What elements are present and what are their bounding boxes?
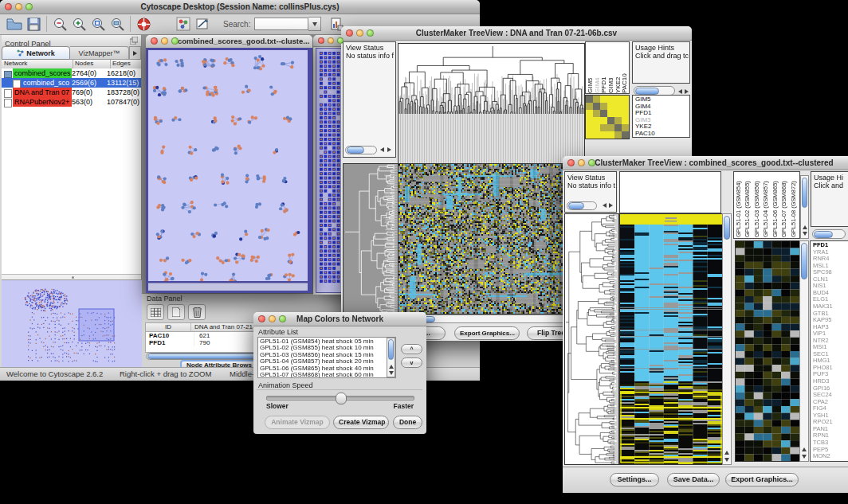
attribute-list-vscrollbar[interactable] (387, 338, 395, 377)
minimize-button[interactable] (328, 37, 334, 44)
network-hscrollbar[interactable] (148, 283, 308, 291)
minimize-button[interactable] (269, 315, 276, 322)
save-icon[interactable] (24, 15, 43, 33)
table-icon[interactable] (147, 304, 164, 320)
scroll-up-icon[interactable] (802, 447, 807, 451)
scroll-down-icon[interactable] (802, 455, 807, 459)
network-name: DNA and Tran 07 (13, 88, 72, 97)
scroll-down-icon[interactable] (389, 371, 394, 375)
window-title: Cytoscape Desktop (Session Name: collins… (0, 0, 480, 14)
network-list-row[interactable]: combined_sco2569(6)13112(15) (2, 78, 141, 88)
search-dropdown-button[interactable] (308, 17, 321, 31)
scroll-left-icon[interactable] (678, 89, 682, 94)
zoom-button[interactable] (171, 37, 179, 45)
open-icon[interactable] (5, 15, 24, 33)
network-list-row[interactable]: DNA and Tran 07769(0)183728(0) (2, 88, 141, 97)
export-graphics-button[interactable]: Export Graphics... (725, 473, 799, 486)
detail-vscrollbar[interactable] (799, 240, 809, 462)
search-input[interactable] (254, 18, 308, 30)
annotation-icon[interactable] (193, 15, 212, 33)
scroll-right-icon[interactable] (387, 147, 391, 152)
slider-thumb[interactable] (336, 393, 347, 404)
save-data-button[interactable]: Save Data... (667, 473, 720, 486)
tab-network[interactable]: Network (2, 46, 70, 60)
col-header-edges[interactable]: Edges (111, 60, 141, 68)
detail-heatmap-canvas[interactable] (735, 240, 800, 462)
scroll-right-icon[interactable] (685, 89, 689, 94)
scroll-right-icon[interactable] (609, 203, 613, 208)
settings-button[interactable]: Settings... (610, 473, 659, 486)
zoom-button[interactable] (588, 159, 595, 166)
tab-vizmapper[interactable]: VizMapper™ (70, 46, 129, 60)
network-list-row[interactable]: combined_scores2764(0)16218(0) (2, 68, 141, 78)
new-document-icon[interactable] (167, 304, 185, 320)
delete-icon[interactable] (188, 304, 206, 320)
column-labels-vscrollbar[interactable] (800, 175, 809, 239)
close-button[interactable] (5, 3, 12, 10)
zoom-heatmap-canvas[interactable] (585, 95, 630, 139)
title-bar[interactable]: ClusterMaker TreeView : combined_scores_… (563, 156, 848, 170)
animate-vizmap-button[interactable]: Animate Vizmap (265, 416, 330, 429)
global-vscrollbar[interactable] (722, 213, 732, 465)
minimize-button[interactable] (161, 37, 168, 45)
view-status-text: No status info f (344, 52, 395, 60)
scroll-up-icon[interactable] (803, 225, 807, 229)
zoom-in-icon[interactable] (69, 15, 88, 33)
close-button[interactable] (318, 37, 324, 44)
close-button[interactable] (258, 315, 265, 322)
animation-speed-slider[interactable] (266, 396, 414, 400)
scroll-left-icon[interactable] (603, 203, 607, 208)
zoom-button[interactable] (26, 3, 33, 10)
zoom-out-icon[interactable] (50, 15, 69, 33)
map-colors-dialog: Map Colors to Network Attribute List GPL… (253, 312, 426, 434)
global-heatmap-canvas[interactable] (619, 213, 723, 465)
network-canvas[interactable] (148, 50, 308, 281)
done-button[interactable]: Done (393, 416, 422, 429)
usage-hints-scrollbar[interactable] (812, 229, 846, 239)
global-heatmap-canvas[interactable] (398, 163, 585, 315)
minimize-button[interactable] (356, 29, 363, 37)
title-bar[interactable]: combined_scores_good.txt--cluste... (146, 35, 312, 49)
zoom-button[interactable] (367, 29, 374, 37)
move-up-button[interactable]: ^ (401, 344, 422, 354)
scroll-up-icon[interactable] (389, 365, 394, 369)
close-button[interactable] (151, 37, 158, 45)
scroll-down-icon[interactable] (724, 458, 729, 462)
network-overview-canvas[interactable] (4, 282, 139, 366)
column-label: GIM3 (607, 44, 614, 93)
column-dendrogram-canvas[interactable] (398, 43, 585, 165)
scroll-left-icon[interactable] (380, 147, 384, 152)
float-panel-icon[interactable] (130, 37, 138, 45)
view-status-scrollbar[interactable] (567, 201, 597, 210)
chevron-down-icon (312, 22, 317, 26)
scroll-down-icon[interactable] (803, 232, 807, 236)
zoom-fit-icon[interactable] (108, 15, 127, 33)
minimize-button[interactable] (15, 3, 22, 10)
row-dendrogram-canvas[interactable] (564, 213, 619, 465)
zoom-button[interactable] (337, 37, 344, 44)
create-vizmap-button[interactable]: Create Vizmap (333, 416, 389, 429)
tab-overflow-button[interactable] (129, 46, 141, 60)
attribute-list-item[interactable]: GPL51-07 (GSM868) heat shock 60 min (260, 372, 395, 378)
view-status-scrollbar[interactable] (345, 146, 377, 154)
scroll-up-icon[interactable] (724, 451, 729, 455)
title-bar[interactable]: ClusterMaker TreeView : DNA and Tran 07-… (341, 26, 692, 41)
zoom-selected-icon[interactable] (88, 15, 108, 33)
help-icon[interactable] (134, 15, 153, 33)
vizmapper-icon[interactable] (174, 15, 193, 33)
col-header-network[interactable]: Network (2, 60, 73, 68)
column-dendrogram-panel[interactable] (619, 171, 721, 213)
move-down-button[interactable]: v (401, 357, 422, 368)
network-list-row[interactable]: RNAPuberNov2+563(0)107847(0) (2, 97, 141, 107)
attribute-list[interactable]: GPL51-01 (GSM854) heat shock 05 minGPL51… (257, 337, 396, 378)
data-col-id[interactable]: ID (146, 323, 191, 331)
minimize-button[interactable] (578, 159, 585, 166)
close-button[interactable] (346, 29, 353, 37)
zoom-button[interactable] (279, 315, 286, 322)
export-graphics-button[interactable]: Export Graphics... (454, 326, 520, 340)
title-bar[interactable]: Cytoscape Desktop (Session Name: collins… (0, 0, 480, 14)
title-bar[interactable]: Map Colors to Network (253, 312, 426, 326)
row-dendrogram-canvas[interactable] (343, 163, 398, 315)
col-header-nodes[interactable]: Nodes (73, 60, 111, 68)
close-button[interactable] (567, 159, 575, 166)
